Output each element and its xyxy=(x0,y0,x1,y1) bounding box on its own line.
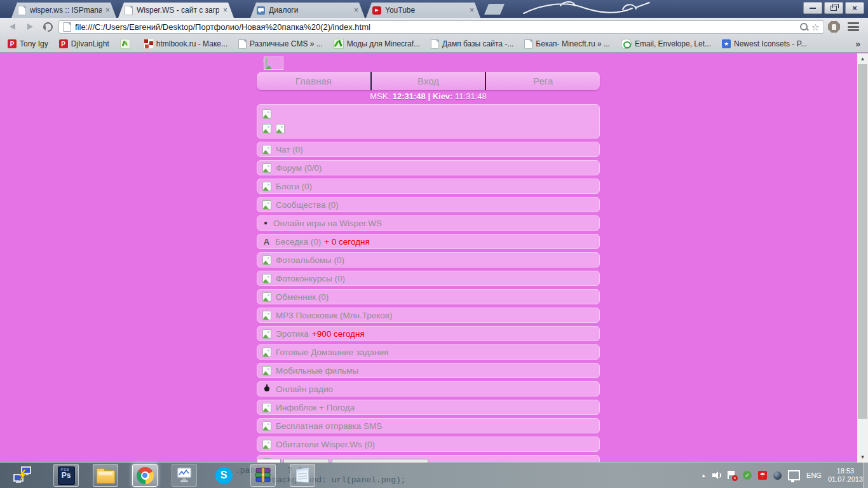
url-text[interactable]: file:///C:/Users/Евгений/Desktop/Портфол… xyxy=(75,22,796,32)
broken-image-placeholder xyxy=(264,57,283,70)
monitor-graph-icon xyxy=(175,466,193,484)
menu-item-label: Фотоальбомы (0) xyxy=(276,255,344,265)
menu-item-inhabitants[interactable]: Обитатели Wisper.Ws (0) xyxy=(257,437,600,452)
bookmark-cms[interactable]: Различные CMS » ... xyxy=(238,39,323,49)
taskbar-photoshop-app[interactable]: PSB Ps xyxy=(53,464,79,487)
menu-item-blogs[interactable]: Блоги (0) xyxy=(257,179,600,194)
bookmark-backup[interactable]: Бекап- Minecft.ru » ... xyxy=(524,39,610,49)
show-hidden-icons-button[interactable]: ▲ xyxy=(701,473,706,478)
menu-item-free-sms[interactable]: Бесплатная отправка SMS xyxy=(257,418,600,433)
taskbar-chrome-app[interactable] xyxy=(132,464,158,487)
taskbar-clock[interactable]: 18:53 01.07.2013 xyxy=(828,467,863,484)
menu-item-label: Фотоконкурсы (0) xyxy=(276,274,345,283)
page-scrollbar[interactable]: ▲ ▼ xyxy=(857,53,868,463)
menu-item-homework[interactable]: Готовые Домашние задания xyxy=(257,344,600,360)
broken-image-icon xyxy=(262,274,271,283)
menu-item-label: Форум (0/0) xyxy=(276,163,322,173)
menu-item-label: Блоги (0) xyxy=(276,182,312,191)
menu-item-label: Обитатели Wisper.Ws (0) xyxy=(276,440,375,449)
bookmark-unnamed[interactable] xyxy=(120,39,133,49)
bookmark-minecraft-mods[interactable]: Моды для Minecraf... xyxy=(334,39,420,49)
menu-item-chat[interactable]: Чат (0) xyxy=(257,142,600,157)
action-center-flag-icon[interactable]: × xyxy=(728,471,736,480)
menu-item-photo-albums[interactable]: Фотоальбомы (0) xyxy=(257,252,600,268)
broken-image-icon xyxy=(262,311,271,320)
taskbar-system-monitor-app[interactable] xyxy=(172,464,197,487)
avira-antivirus-icon[interactable]: ☂ xyxy=(758,471,767,480)
bookmarks-overflow-chevron[interactable]: » xyxy=(855,39,860,49)
new-tab-button[interactable] xyxy=(484,4,505,15)
broken-image-icon[interactable] xyxy=(262,109,271,119)
broken-image-icon[interactable] xyxy=(276,124,285,133)
tab-close-icon[interactable]: × xyxy=(354,6,358,14)
address-bar[interactable]: file:///C:/Users/Евгений/Desktop/Портфол… xyxy=(58,20,824,34)
page-icon xyxy=(238,39,247,49)
taskbar-network-connection-app[interactable] xyxy=(10,464,36,487)
broken-image-icon xyxy=(262,440,271,449)
show-desktop-button[interactable] xyxy=(863,463,868,488)
language-indicator[interactable]: ENG xyxy=(806,471,822,479)
menu-item-forum[interactable]: Форум (0/0) xyxy=(257,160,600,175)
bookmark-tony-igy[interactable]: P Tony Igy xyxy=(8,39,48,48)
reload-button[interactable] xyxy=(41,20,55,34)
menu-item-mobile-movies[interactable]: Мобильные фильмы xyxy=(257,363,600,378)
msk-label: MSK: xyxy=(370,92,390,101)
menu-item-mp3-search[interactable]: MP3 Поисковик (Млн.Треков) xyxy=(257,308,600,323)
volume-icon[interactable] xyxy=(712,471,721,479)
dark-sphere-tray-icon[interactable] xyxy=(773,471,782,480)
menu-item-infoblock-weather[interactable]: Инфоблок + Погода xyxy=(257,400,600,415)
bookmark-star-icon[interactable]: ☆ xyxy=(811,22,820,32)
tab-close-icon[interactable]: × xyxy=(105,6,110,14)
restore-button[interactable] xyxy=(824,2,843,14)
taskbar-skype-app[interactable]: S xyxy=(211,464,236,487)
nav-register-button[interactable]: Рега xyxy=(486,72,600,90)
nav-home-button[interactable]: Главная xyxy=(257,72,370,90)
star-icon: ★ xyxy=(722,39,731,48)
menu-item-exchanger[interactable]: Обменник (0) xyxy=(257,289,600,304)
bookmark-djivanlight[interactable]: P DjIvanLight xyxy=(59,39,109,48)
update-ok-icon[interactable]: ✓ xyxy=(743,471,752,480)
taskbar-notepad-app[interactable] xyxy=(290,464,315,487)
bookmark-iconsets[interactable]: ★ Newest Iconsets - P... xyxy=(722,39,807,48)
scroll-up-button[interactable]: ▲ xyxy=(857,53,868,64)
bookmark-email-icons[interactable]: Email, Envelope, Let... xyxy=(621,39,711,49)
taskbar-winrar-app[interactable] xyxy=(250,464,276,487)
tab-wisper-active[interactable]: Wisper.WS - сайт с загруз × xyxy=(118,3,234,18)
nav-login-button[interactable]: Вход xyxy=(372,72,485,90)
menu-item-besedka[interactable]: A Беседка (0) + 0 сегодня xyxy=(257,234,600,249)
menu-item-label: MP3 Поисковик (Млн.Треков) xyxy=(276,311,393,320)
scrollbar-thumb[interactable] xyxy=(858,64,867,419)
bookmark-label: htmlbook.ru - Маке... xyxy=(156,39,227,48)
close-button[interactable]: × xyxy=(845,2,864,14)
forward-button[interactable] xyxy=(23,20,37,34)
back-button[interactable] xyxy=(5,20,19,34)
tab-close-icon[interactable]: × xyxy=(223,6,227,14)
taskbar-file-explorer-app[interactable] xyxy=(93,464,118,487)
bookmark-htmlbook[interactable]: htmlbook.ru - Маке... xyxy=(144,39,227,48)
menu-item-communities[interactable]: Сообщества (0) xyxy=(257,197,600,212)
chrome-menu-button[interactable] xyxy=(848,22,859,31)
network-status-icon[interactable] xyxy=(788,470,800,480)
stop-hand-extension-icon[interactable] xyxy=(828,21,840,33)
broken-image-icon xyxy=(262,366,271,376)
bookmark-db-dump[interactable]: Дамп базы сайта -... xyxy=(431,39,513,49)
broken-image-icon[interactable] xyxy=(262,124,271,133)
menu-item-online-games[interactable]: ● Онлайн игры на Wisper.WS xyxy=(257,215,600,231)
menu-item-online-radio[interactable]: Онлайн радио xyxy=(257,381,600,396)
broken-image-icon xyxy=(262,421,271,431)
msk-time: 12:31:48 xyxy=(393,92,426,101)
tray-time: 18:53 xyxy=(837,467,855,475)
broken-image-icon xyxy=(262,255,271,265)
menu-item-label: Эротика xyxy=(276,329,309,339)
scroll-down-button[interactable]: ▼ xyxy=(857,452,868,463)
menu-item-erotica[interactable]: Эротика +900 сегодня xyxy=(257,326,600,341)
tab-close-icon[interactable]: × xyxy=(470,6,474,14)
tab-dialogs[interactable]: Диалоги × xyxy=(250,3,365,18)
tab-ispmanager[interactable]: wisper.ws :: ISPmanager 4 × xyxy=(11,3,116,18)
menu-item-label: Сообщества (0) xyxy=(276,200,339,210)
tab-youtube[interactable]: ▶ YouTube × xyxy=(366,3,480,18)
search-icon[interactable] xyxy=(800,23,808,30)
page-icon xyxy=(524,39,532,49)
menu-item-photo-contests[interactable]: Фотоконкурсы (0) xyxy=(257,271,600,286)
minimize-button[interactable] xyxy=(803,2,822,14)
